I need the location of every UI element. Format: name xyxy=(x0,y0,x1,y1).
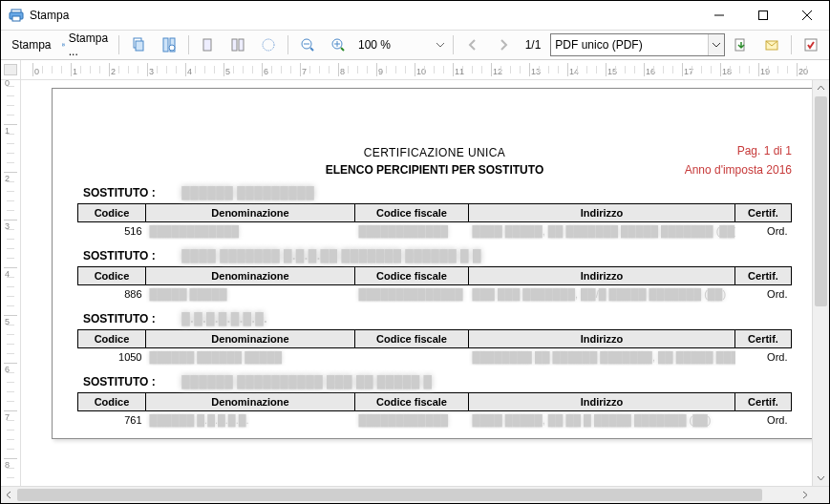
window: Stampa Stampa Stampa ... xyxy=(0,0,830,504)
section: SOSTITUTO : █.█.█.█.█.█.█.CodiceDenomina… xyxy=(77,312,792,366)
titlebar: Stampa xyxy=(1,1,829,31)
svg-rect-12 xyxy=(62,45,64,46)
sostituto-name: ██████ ██████████ ███ ██ █████ █ xyxy=(181,375,432,388)
page-indicator: 1/1 xyxy=(520,38,547,52)
svg-rect-4 xyxy=(759,11,768,20)
col-denominazione: Denominazione xyxy=(146,393,355,411)
col-denominazione: Denominazione xyxy=(146,330,355,348)
cell-codice: 886 xyxy=(78,285,146,304)
sostituto-label: SOSTITUTO : xyxy=(83,375,179,388)
canvas[interactable]: CERTIFICAZIONE UNICA ELENCO PERCIPIENTI … xyxy=(21,80,812,486)
svg-rect-15 xyxy=(163,38,168,52)
svg-line-28 xyxy=(341,48,344,51)
export-format-combo[interactable]: PDF unico (PDF) xyxy=(550,33,725,56)
window-title: Stampa xyxy=(30,9,69,22)
section: SOSTITUTO : ████ ███████ █.█.█.██ ██████… xyxy=(77,249,792,303)
confirm-button[interactable] xyxy=(797,33,825,56)
sostituto-label: SOSTITUTO : xyxy=(83,312,179,326)
col-codice: Codice xyxy=(78,267,146,285)
svg-line-24 xyxy=(310,48,313,51)
col-indirizzo: Indirizzo xyxy=(469,267,735,285)
svg-rect-14 xyxy=(136,41,143,51)
page-preview: CERTIFICAZIONE UNICA ELENCO PERCIPIENTI … xyxy=(52,88,812,439)
scroll-right-icon[interactable] xyxy=(797,487,813,503)
print-button-label: Stampa xyxy=(11,38,51,52)
table-row: 761██████ █.█.█.█.█.████████████████ ███… xyxy=(78,411,792,430)
table-row: 516████████████████████████████ █████, █… xyxy=(78,222,792,241)
cell-codice: 1050 xyxy=(78,348,146,367)
svg-rect-2 xyxy=(12,16,20,21)
svg-point-21 xyxy=(263,39,274,51)
cell-codice: 516 xyxy=(78,222,146,241)
scroll-left-icon[interactable] xyxy=(1,487,17,503)
cell-denominazione: ██████ █.█.█.█.█. xyxy=(146,411,355,430)
toolbar: Stampa Stampa ... 100 % xyxy=(1,31,829,60)
print-dialog-button[interactable]: Stampa ... xyxy=(56,33,114,56)
cell-cf: ████████████ xyxy=(355,222,469,241)
export-button[interactable] xyxy=(727,33,756,56)
zoom-out-button[interactable] xyxy=(293,33,322,56)
cell-cf: ██████████████ xyxy=(355,285,469,304)
multi-page-button[interactable] xyxy=(223,33,252,56)
vertical-scrollbar[interactable] xyxy=(812,80,829,486)
scroll-thumb[interactable] xyxy=(17,489,762,501)
col-codice: Codice xyxy=(78,330,146,348)
cell-cf xyxy=(355,348,469,367)
svg-rect-19 xyxy=(232,39,237,51)
svg-rect-29 xyxy=(735,39,744,51)
minimize-button[interactable] xyxy=(697,1,741,30)
prev-page-button xyxy=(458,33,487,56)
col-certif: Certif. xyxy=(735,267,792,285)
zoom-combo[interactable]: 100 % xyxy=(354,34,448,55)
col-certif: Certif. xyxy=(735,204,792,222)
percipients-table: CodiceDenominazioneCodice fiscaleIndiriz… xyxy=(77,203,792,240)
col-denominazione: Denominazione xyxy=(146,267,355,285)
scroll-down-icon[interactable] xyxy=(813,470,829,486)
col-denominazione: Denominazione xyxy=(146,204,355,222)
sostituto-label: SOSTITUTO : xyxy=(83,186,179,200)
close-button[interactable] xyxy=(785,1,829,30)
chevron-down-icon xyxy=(708,34,724,55)
export-format-value: PDF unico (PDF) xyxy=(551,38,708,52)
chevron-down-icon xyxy=(433,41,448,49)
cell-indirizzo: ████ █████, ██ ██ █ █████ ███████ (██) xyxy=(469,411,735,430)
sostituto-name: ████ ███████ █.█.█.██ ███████ ██████ █ █ xyxy=(181,249,481,262)
col-indirizzo: Indirizzo xyxy=(469,393,735,411)
single-page-button[interactable] xyxy=(193,33,222,56)
sostituto-name: ██████ █████████ xyxy=(181,186,314,200)
cell-certif: Ord. xyxy=(735,285,792,304)
cell-denominazione: ████████████ xyxy=(146,222,355,241)
copy-button[interactable] xyxy=(124,33,153,56)
col-codice: Codice xyxy=(78,204,146,222)
horizontal-scrollbar[interactable] xyxy=(1,486,829,503)
percipients-table: CodiceDenominazioneCodice fiscaleIndiriz… xyxy=(77,329,792,366)
cell-denominazione: ██████ ██████ █████ xyxy=(146,348,355,367)
svg-rect-18 xyxy=(203,39,211,51)
svg-point-17 xyxy=(169,45,175,51)
print-button[interactable]: Stampa xyxy=(5,33,54,56)
doc-page-number: Pag. 1 di 1 xyxy=(737,144,792,158)
col-indirizzo: Indirizzo xyxy=(469,204,735,222)
cell-certif: Ord. xyxy=(735,348,792,367)
cell-certif: Ord. xyxy=(735,222,792,241)
find-button[interactable] xyxy=(155,33,183,56)
section: SOSTITUTO : ██████ █████████CodiceDenomi… xyxy=(77,186,792,240)
thumbnail-button[interactable] xyxy=(254,33,283,56)
vertical-ruler: 0123456789 xyxy=(1,80,21,486)
horizontal-ruler: 0123456789101112131415161718192021 xyxy=(21,60,813,79)
svg-rect-20 xyxy=(239,39,244,51)
col-certif: Certif. xyxy=(735,393,792,411)
scroll-up-icon[interactable] xyxy=(813,80,829,96)
sostituto-label: SOSTITUTO : xyxy=(83,249,179,262)
scroll-thumb[interactable] xyxy=(815,96,827,306)
zoom-in-button[interactable] xyxy=(324,33,352,56)
maximize-button[interactable] xyxy=(741,1,785,30)
next-page-button xyxy=(489,33,518,56)
percipients-table: CodiceDenominazioneCodice fiscaleIndiriz… xyxy=(77,392,792,429)
zoom-value: 100 % xyxy=(354,38,433,52)
print-dialog-label: Stampa ... xyxy=(69,32,108,58)
cell-indirizzo: ████████ ██ ██████ ███████, ██ █████ ███… xyxy=(469,348,735,367)
cell-denominazione: █████ █████ xyxy=(146,285,355,304)
email-button[interactable] xyxy=(757,33,786,56)
col-codice-fiscale: Codice fiscale xyxy=(355,393,469,411)
